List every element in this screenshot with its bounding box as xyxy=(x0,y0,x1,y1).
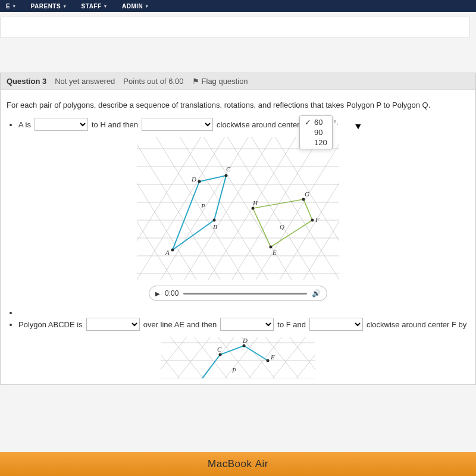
part-b-over-line: over line AE and then xyxy=(143,320,217,329)
part-a-select-1[interactable] xyxy=(35,118,88,131)
question-status: Not yet answered xyxy=(55,77,115,86)
angle-option-90[interactable]: 90 xyxy=(303,127,328,137)
part-b-select-3[interactable] xyxy=(309,318,363,331)
part-b-select-2[interactable] xyxy=(220,318,274,331)
part-b-tail: clockwise around center F by xyxy=(367,320,466,329)
svg-point-22 xyxy=(267,359,270,362)
part-a-select-2[interactable] xyxy=(142,118,213,131)
part-b-row: Polygon ABCDE is over line AE and then t… xyxy=(18,318,469,331)
part-b-select-1[interactable] xyxy=(86,318,140,331)
svg-text:F: F xyxy=(315,216,320,223)
svg-text:E: E xyxy=(272,249,277,256)
nav-parents[interactable]: PARENTS▼ xyxy=(31,0,67,12)
audio-seek-track[interactable] xyxy=(183,293,307,295)
svg-point-20 xyxy=(219,353,222,356)
polygon-diagram-2: C D E P xyxy=(161,337,315,378)
svg-text:Q: Q xyxy=(280,223,284,230)
svg-text:C: C xyxy=(217,346,222,353)
svg-point-4 xyxy=(225,174,228,177)
svg-text:P: P xyxy=(231,367,236,374)
svg-point-6 xyxy=(252,207,255,210)
caret-down-icon: ▼ xyxy=(145,4,149,8)
nav-staff[interactable]: STAFF▼ xyxy=(82,0,108,12)
nav-e[interactable]: E▼ xyxy=(6,0,17,12)
laptop-brand-label: MacBook Air xyxy=(208,458,268,470)
answer-list-2: Polygon ABCDE is over line AE and then t… xyxy=(18,308,469,331)
angle-option-120[interactable]: 120 xyxy=(303,137,328,148)
svg-point-7 xyxy=(270,246,273,249)
figure-1: A B C D P H G F Q E xyxy=(7,137,469,280)
screen-area: E▼ PARENTS▼ STAFF▼ ADMIN▼ Question 3 Not… xyxy=(0,0,476,452)
top-navigation: E▼ PARENTS▼ STAFF▼ ADMIN▼ xyxy=(0,0,476,12)
caret-down-icon: ▼ xyxy=(62,4,67,8)
svg-text:C: C xyxy=(226,165,231,173)
part-b-to-f: to F and xyxy=(277,320,306,329)
audio-time: 0:00 xyxy=(165,289,178,298)
svg-text:E: E xyxy=(270,353,275,361)
svg-point-5 xyxy=(198,180,201,183)
part-a-to-h: to H and then xyxy=(92,120,138,129)
question-header: Question 3 Not yet answered Points out o… xyxy=(1,73,475,90)
svg-point-2 xyxy=(171,249,174,252)
caret-down-icon: ▼ xyxy=(12,4,16,8)
part-b-lead: Polygon ABCDE is xyxy=(18,320,83,329)
svg-point-21 xyxy=(243,345,246,347)
nav-admin[interactable]: ADMIN▼ xyxy=(122,0,149,12)
flag-question-link[interactable]: ⚑ Flag question xyxy=(192,77,248,86)
flag-icon: ⚑ xyxy=(192,77,199,86)
svg-point-3 xyxy=(213,219,216,222)
caret-down-icon: ▼ xyxy=(104,4,108,8)
laptop-bezel: MacBook Air xyxy=(0,452,476,476)
question-number: Question 3 xyxy=(7,77,46,86)
svg-text:D: D xyxy=(242,337,248,344)
angle-dropdown-open[interactable]: ✓60 90 120 xyxy=(299,115,333,149)
figure-2: C D E P xyxy=(7,337,469,378)
polygon-diagram-1: A B C D P H G F Q E xyxy=(137,137,339,280)
search-bar-placeholder[interactable] xyxy=(0,17,470,38)
svg-text:D: D xyxy=(191,176,196,183)
blank-bullet xyxy=(18,308,469,312)
part-a-lead: A is xyxy=(18,120,31,129)
answer-list: A is to H and then clockwise around cent… xyxy=(18,118,469,131)
question-body: For each pair of polygons, describe a se… xyxy=(1,90,475,384)
check-icon: ✓ xyxy=(305,118,312,127)
part-a-row: A is to H and then clockwise around cent… xyxy=(18,118,469,131)
volume-icon[interactable]: 🔊 xyxy=(312,289,321,298)
question-card: Question 3 Not yet answered Points out o… xyxy=(0,73,476,385)
play-icon[interactable]: ▶ xyxy=(155,290,160,297)
svg-text:G: G xyxy=(305,190,309,198)
question-prompt: For each pair of polygons, describe a se… xyxy=(7,101,469,109)
svg-text:H: H xyxy=(252,199,258,206)
degree-symbol: °. xyxy=(334,119,338,126)
svg-text:A: A xyxy=(165,249,170,256)
audio-player[interactable]: ▶ 0:00 🔊 xyxy=(149,286,327,301)
svg-text:P: P xyxy=(201,202,205,209)
svg-point-9 xyxy=(302,198,305,201)
svg-point-8 xyxy=(311,219,314,222)
svg-text:B: B xyxy=(213,223,217,230)
question-points: Points out of 6.00 xyxy=(123,77,183,86)
angle-option-60[interactable]: ✓60 xyxy=(303,117,328,127)
